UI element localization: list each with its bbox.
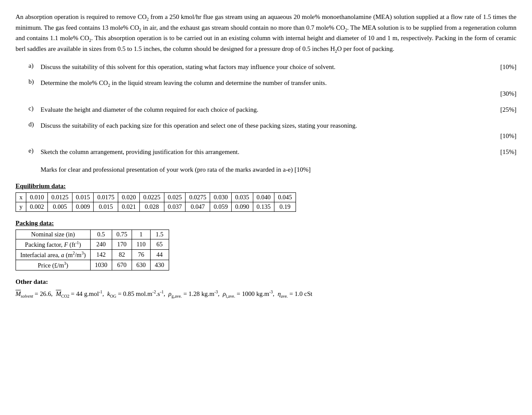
eq-y-label: y bbox=[16, 202, 26, 212]
question-b-marks: [30%] bbox=[501, 90, 517, 97]
m-solvent-overline: M bbox=[16, 290, 21, 297]
question-e-text: Sketch the column arrangement, providing… bbox=[41, 147, 239, 157]
question-a-label: a) bbox=[28, 62, 41, 69]
packing-area-15: 44 bbox=[150, 250, 169, 260]
questions-section: a) Discuss the suitability of this solve… bbox=[28, 62, 516, 157]
eq-y-8: 0.047 bbox=[186, 202, 210, 212]
question-b-text: Determine the mole% CO2 in the liquid st… bbox=[41, 79, 327, 86]
eq-x-6: 0.0225 bbox=[139, 193, 164, 202]
packing-area-1: 76 bbox=[132, 250, 151, 260]
packing-col-1: 1 bbox=[132, 230, 151, 239]
packing-price-label: Price (£/m3) bbox=[16, 260, 91, 270]
eq-x-label: x bbox=[16, 193, 26, 202]
packing-factor-15: 65 bbox=[150, 239, 169, 250]
main-content: An absorption operation is required to r… bbox=[16, 12, 516, 300]
question-a-marks: [10%] bbox=[501, 62, 517, 72]
question-d-text: Discuss the suitability of each packing … bbox=[41, 122, 357, 129]
eq-x-2: 0.0125 bbox=[47, 193, 72, 202]
eq-x-11: 0.040 bbox=[253, 193, 274, 202]
packing-col-075: 0.75 bbox=[112, 230, 132, 239]
question-c-marks: [25%] bbox=[501, 105, 517, 115]
packing-price-075: 670 bbox=[112, 260, 132, 270]
eq-x-12: 0.045 bbox=[274, 193, 296, 202]
packing-title: Packing data: bbox=[16, 220, 516, 227]
eq-x-10: 0.035 bbox=[231, 193, 253, 202]
packing-col-header-label: Nominal size (in) bbox=[16, 230, 91, 239]
intro-paragraph: An absorption operation is required to r… bbox=[16, 12, 516, 54]
question-c: c) Evaluate the height and diameter of t… bbox=[28, 105, 516, 115]
eq-y-12: 0.19 bbox=[274, 202, 296, 212]
question-e-marks: [15%] bbox=[501, 147, 517, 157]
packing-factor-label: Packing factor, F (ft‑1) bbox=[16, 239, 91, 250]
packing-table: Nominal size (in) 0.5 0.75 1 1.5 Packing… bbox=[16, 230, 169, 270]
packing-price-05: 1030 bbox=[90, 260, 112, 270]
packing-col-15: 1.5 bbox=[150, 230, 169, 239]
packing-area-label: Interfacial area, a (m2/m3) bbox=[16, 250, 91, 260]
packing-row-factor: Packing factor, F (ft‑1) 240 170 110 65 bbox=[16, 239, 169, 250]
question-b-content: Determine the mole% CO2 in the liquid st… bbox=[41, 78, 516, 99]
eq-row-y: y 0.002 0.005 0.009 0.015 0.021 0.028 0.… bbox=[16, 202, 296, 212]
packing-factor-075: 170 bbox=[112, 239, 132, 250]
question-c-label: c) bbox=[28, 105, 41, 112]
packing-price-1: 630 bbox=[132, 260, 151, 270]
equilibrium-section: Equilibrium data: x 0.010 0.0125 0.015 0… bbox=[16, 182, 516, 212]
eq-y-5: 0.021 bbox=[118, 202, 140, 212]
m-co2-overline: M bbox=[56, 290, 61, 297]
packing-factor-05: 240 bbox=[90, 239, 112, 250]
packing-header-row: Nominal size (in) 0.5 0.75 1 1.5 bbox=[16, 230, 169, 239]
eq-y-3: 0.009 bbox=[72, 202, 94, 212]
question-a-content: Discuss the suitability of this solvent … bbox=[41, 62, 516, 72]
question-e-content: Sketch the column arrangement, providing… bbox=[41, 147, 516, 157]
eq-y-1: 0.002 bbox=[26, 202, 48, 212]
eq-y-10: 0.090 bbox=[231, 202, 253, 212]
eq-row-x: x 0.010 0.0125 0.015 0.0175 0.020 0.0225… bbox=[16, 193, 296, 202]
other-data-formula: Msolvent = 26.6, MCO2 = 44 g.mol‑1, kOG … bbox=[16, 288, 516, 300]
eq-x-4: 0.0175 bbox=[94, 193, 118, 202]
eq-y-9: 0.059 bbox=[210, 202, 232, 212]
question-c-text: Evaluate the height and diameter of the … bbox=[41, 105, 258, 115]
eq-y-2: 0.005 bbox=[47, 202, 72, 212]
equilibrium-table: x 0.010 0.0125 0.015 0.0175 0.020 0.0225… bbox=[16, 192, 296, 212]
packing-area-075: 82 bbox=[112, 250, 132, 260]
eq-y-6: 0.028 bbox=[139, 202, 164, 212]
eq-y-11: 0.135 bbox=[253, 202, 274, 212]
marks-note: Marks for clear and professional present… bbox=[41, 165, 516, 175]
question-d: d) Discuss the suitability of each packi… bbox=[28, 121, 516, 141]
question-a-text: Discuss the suitability of this solvent … bbox=[41, 62, 336, 72]
eq-y-4: 0.015 bbox=[94, 202, 118, 212]
packing-row-area: Interfacial area, a (m2/m3) 142 82 76 44 bbox=[16, 250, 169, 260]
question-b: b) Determine the mole% CO2 in the liquid… bbox=[28, 78, 516, 99]
packing-row-price: Price (£/m3) 1030 670 630 430 bbox=[16, 260, 169, 270]
eq-x-1: 0.010 bbox=[26, 193, 48, 202]
other-data-title: Other data: bbox=[16, 278, 516, 286]
question-a: a) Discuss the suitability of this solve… bbox=[28, 62, 516, 72]
packing-col-05: 0.5 bbox=[90, 230, 112, 239]
question-d-marks: [10%] bbox=[501, 132, 517, 139]
packing-section: Packing data: Nominal size (in) 0.5 0.75… bbox=[16, 220, 516, 270]
equilibrium-title: Equilibrium data: bbox=[16, 182, 516, 190]
other-data-section: Other data: Msolvent = 26.6, MCO2 = 44 g… bbox=[16, 278, 516, 300]
eq-x-8: 0.0275 bbox=[186, 193, 210, 202]
eq-x-9: 0.030 bbox=[210, 193, 232, 202]
question-b-label: b) bbox=[28, 78, 41, 85]
packing-factor-1: 110 bbox=[132, 239, 151, 250]
eq-x-7: 0.025 bbox=[164, 193, 186, 202]
question-d-content: Discuss the suitability of each packing … bbox=[41, 121, 516, 141]
question-c-content: Evaluate the height and diameter of the … bbox=[41, 105, 516, 115]
packing-price-15: 430 bbox=[150, 260, 169, 270]
eq-x-3: 0.015 bbox=[72, 193, 94, 202]
eq-x-5: 0.020 bbox=[118, 193, 140, 202]
eq-y-7: 0.037 bbox=[164, 202, 186, 212]
question-e-label: e) bbox=[28, 147, 41, 154]
packing-area-05: 142 bbox=[90, 250, 112, 260]
question-d-label: d) bbox=[28, 121, 41, 128]
question-e: e) Sketch the column arrangement, provid… bbox=[28, 147, 516, 157]
